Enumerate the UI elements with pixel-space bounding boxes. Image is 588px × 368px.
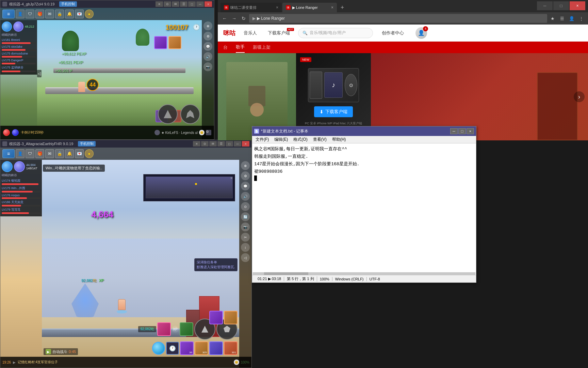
game2-r3-skill-2[interactable]	[224, 311, 238, 324]
notepad-menu-format[interactable]: 格式(O)	[291, 136, 310, 143]
game2-skill-4[interactable]	[209, 341, 223, 355]
game1-lock-icon[interactable]: 🔒	[55, 10, 64, 18]
browser-settings-btn[interactable]: ⋮	[577, 14, 585, 22]
game2-cut-btn[interactable]: ✂	[241, 233, 250, 242]
browser-minimize[interactable]: ─	[537, 1, 553, 10]
tab-1[interactable]: 咪 咪咕二课变量排 ×	[220, 3, 282, 12]
tab1-close[interactable]: ×	[276, 5, 278, 10]
nav-back-btn[interactable]: ←	[220, 14, 229, 22]
game1-chat-btn[interactable]: 💬	[203, 42, 212, 51]
game2-collapse-btn[interactable]: ◁	[241, 253, 250, 262]
mini-window-close[interactable]: ×	[230, 175, 233, 181]
game2-gift-icon[interactable]: 🎁	[35, 149, 44, 158]
game2-close[interactable]: ×	[242, 141, 249, 147]
game1-vol-btn[interactable]: 🔊	[203, 52, 212, 61]
notepad-menu-file[interactable]: 文件(F)	[253, 136, 272, 143]
skill-icon-2[interactable]	[168, 36, 181, 49]
game2-rec-btn[interactable]: ⊙	[241, 202, 250, 211]
browser-close[interactable]: ×	[570, 1, 585, 10]
tab2-close[interactable]: ×	[331, 5, 333, 10]
tab-2[interactable]: 咪 ▶ Lone Ranger ×	[282, 3, 337, 12]
game1-icons[interactable]: ≡	[156, 1, 163, 7]
game2-icon1[interactable]: ≡	[193, 141, 200, 147]
game2-char-icon[interactable]: 👤	[16, 149, 24, 158]
game2-skill-2[interactable]: 36	[180, 341, 194, 355]
game2-menu-icon[interactable]: ≡	[2, 149, 15, 158]
notepad-menu-edit[interactable]: 编辑(E)	[272, 136, 291, 143]
game1-settings-btn[interactable]: ⚙	[203, 32, 212, 41]
game2-skill-clock[interactable]: 🕐	[166, 342, 179, 355]
game1-cam-ctrl[interactable]: 📷	[203, 62, 212, 71]
game2-guild-icon[interactable]: 🛡	[26, 149, 34, 158]
game1-minimap-btn[interactable]: ⊕	[203, 21, 212, 30]
browser-maximize[interactable]: □	[553, 1, 569, 10]
game2-mail-icon[interactable]: ✉	[45, 149, 54, 158]
banner-next-btn[interactable]: ›	[574, 91, 585, 102]
game2-resize[interactable]: □	[226, 141, 233, 147]
game1-close[interactable]: ×	[205, 1, 212, 7]
game1-menu-icon[interactable]: ≡	[2, 10, 15, 18]
browser-account-btn[interactable]: 👤	[568, 14, 576, 22]
game1-attack-btn-1[interactable]	[158, 104, 178, 124]
nav-forward-btn[interactable]: →	[230, 14, 238, 22]
game2-r2-skill-1[interactable]	[157, 322, 171, 336]
notepad-content[interactable]: 枫之谷M国际服,每日一更新,证明我一直存在^^ 韩服走到国际服,一直稳定. 14…	[252, 143, 476, 272]
game1-chat[interactable]: ✉	[172, 1, 179, 7]
browser-bookmarks-btn[interactable]: ☰	[558, 14, 566, 22]
game1-mail-icon[interactable]: ✉	[45, 10, 54, 18]
download-client-btn[interactable]: ⬇ 下载客户端	[314, 106, 353, 117]
game1-collapse-arrow[interactable]: ◁	[37, 70, 42, 77]
game2-lock-icon[interactable]: 🔒	[55, 149, 64, 158]
game2-flip-btn[interactable]: ↕	[241, 243, 250, 252]
game2-icon3[interactable]: ✉	[209, 141, 217, 147]
skill-icon-1[interactable]	[154, 36, 167, 49]
game1-minimize[interactable]: ─	[196, 1, 204, 7]
game2-extra-btn[interactable]: 🔄	[241, 212, 250, 221]
game2-minimap-btn[interactable]: ⊕	[241, 161, 250, 170]
game2-minimize[interactable]: ─	[234, 141, 241, 147]
music-tab-home[interactable]: 台	[223, 42, 228, 52]
notepad-menu-help[interactable]: 帮助(H)	[329, 136, 349, 143]
game2-r2-skill-2[interactable]	[180, 322, 193, 336]
game2-r3-skill-1[interactable]	[209, 311, 223, 324]
notepad-maximize-btn[interactable]: □	[458, 128, 466, 134]
browser-star-btn[interactable]: ★	[549, 14, 557, 22]
game2-skill-5[interactable]: 301	[224, 341, 238, 355]
game2-auto-btn[interactable]: ▶	[46, 349, 51, 354]
music-nav-creator[interactable]: 创作者中心	[378, 29, 407, 37]
game1-menu[interactable]: ☰	[180, 1, 187, 7]
game2-settings-btn[interactable]: ⚙	[241, 171, 250, 180]
game2-chat-btn[interactable]: 💬	[241, 182, 250, 190]
notepad-minimize-btn[interactable]: ─	[450, 128, 458, 134]
game1-attack-btn-2[interactable]	[180, 104, 200, 124]
game1-settings-small[interactable]: ⚙	[206, 130, 211, 135]
game2-icon4[interactable]: ☰	[217, 141, 225, 147]
game1-guild-icon[interactable]: 🛡	[26, 10, 34, 18]
game2-vol-btn[interactable]: 🔊	[241, 192, 250, 201]
music-tab-singer[interactable]: 歌手	[236, 42, 245, 53]
game2-msg-icon[interactable]: 💌	[75, 149, 84, 158]
game2-icon2[interactable]: ⊙	[201, 141, 209, 147]
game2-bell-icon[interactable]: 🔔	[65, 149, 74, 158]
music-nav-download[interactable]: 下载客户端 HOT	[265, 29, 293, 37]
music-search-box[interactable]: 🔍 音乐/视频/电台/用户	[298, 28, 373, 38]
notepad-menu-view[interactable]: 查看(V)	[310, 136, 329, 143]
nav-refresh-btn[interactable]: ↻	[240, 14, 248, 22]
game1-bell-icon[interactable]: 🔔	[65, 10, 74, 18]
game2-control-btn[interactable]: 手机控制	[78, 141, 96, 147]
game1-char-icon[interactable]: 👤	[16, 10, 24, 18]
music-tab-newalbum[interactable]: 新碟上架	[253, 42, 271, 52]
game1-gift-icon[interactable]: 🎁	[35, 10, 44, 18]
game1-cam[interactable]: ⊙	[164, 1, 171, 7]
game1-gold-icon[interactable]: ●	[85, 10, 94, 18]
game1-msg-icon[interactable]: 💌	[75, 10, 84, 18]
game2-gold-icon[interactable]: ●	[85, 149, 94, 158]
address-bar-field[interactable]: ▶ ▶ Lone Ranger	[249, 14, 547, 23]
game2-skill-3[interactable]: 305	[195, 341, 208, 355]
notepad-close-btn[interactable]: ×	[467, 128, 474, 134]
game1-control-btn[interactable]: 手机控制	[59, 1, 77, 7]
game2-cam-btn[interactable]: 📷	[241, 223, 250, 231]
notepad-horizontal-scrollbar[interactable]	[253, 272, 475, 275]
game1-resize[interactable]: □	[188, 1, 196, 7]
new-tab-btn[interactable]: +	[338, 3, 347, 12]
